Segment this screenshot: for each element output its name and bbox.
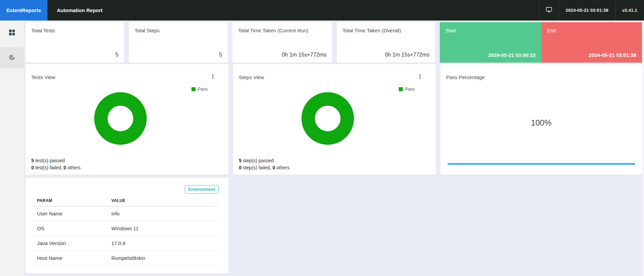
steps-passed-count: 5 xyxy=(239,158,242,163)
tests-passed-suffix: test(s) passed xyxy=(34,158,65,163)
steps-summary-text: 5 step(s) passed 0 step(s) failed, 0 oth… xyxy=(239,157,289,171)
navbar-right: 2024-05-21 03:01:38 v2.41.1 xyxy=(539,0,644,21)
end-label: End xyxy=(547,28,556,33)
param-cell: User Name xyxy=(33,206,107,221)
start-label: Start xyxy=(445,28,456,33)
pass-legend-label: Pass xyxy=(198,87,208,92)
environment-table: PARAM VALUE User Name info OS Windows 11… xyxy=(33,195,219,266)
kebab-menu-icon[interactable]: ⋮ xyxy=(416,73,424,80)
steps-donut-chart xyxy=(301,92,354,145)
start-value: 2024-05-21 03:00:22 xyxy=(488,52,536,58)
sidebar xyxy=(0,21,24,276)
top-navbar: ExtentReports Automation Report 2024-05-… xyxy=(0,0,644,21)
tests-others-suffix: others xyxy=(66,165,81,170)
end-time-card: End 2024-05-21 03:01:38 xyxy=(541,22,642,63)
tests-view-panel: Tests View ⋮ Pass 5 test(s) passed 0 tes… xyxy=(26,64,228,175)
pass-legend-swatch xyxy=(191,87,195,91)
param-cell: Host Name xyxy=(33,251,107,266)
monitor-icon xyxy=(546,7,552,14)
steps-passed-suffix: step(s) passed xyxy=(242,158,274,163)
kebab-menu-icon[interactable]: ⋮ xyxy=(209,73,217,80)
total-tests-value: 5 xyxy=(115,52,118,58)
table-row: Host Name Rumpelstiltskin xyxy=(33,251,219,266)
total-tests-card: Total Tests 5 xyxy=(26,22,124,63)
tests-donut-chart xyxy=(94,92,147,145)
sidebar-item-tests[interactable] xyxy=(0,23,24,43)
pass-percentage-value: 100% xyxy=(440,118,642,128)
steps-view-title: Steps View xyxy=(239,74,264,80)
table-row: User Name info xyxy=(33,206,219,221)
grid-icon xyxy=(9,30,15,37)
steps-failed-line: 0 step(s) failed, 0 others xyxy=(239,164,289,171)
time-current-run-label: Total Time Taken (Current Run) xyxy=(238,28,308,33)
pass-legend-label: Pass xyxy=(405,87,415,92)
brand-link[interactable]: ExtentReports xyxy=(0,0,47,21)
tests-failed-suffix: test(s) failed, xyxy=(34,165,64,170)
tests-failed-count: 0 xyxy=(31,165,34,170)
time-current-run-card: Total Time Taken (Current Run) 0h 1m 15s… xyxy=(232,22,332,63)
environment-header-row: PARAM VALUE xyxy=(33,195,219,206)
value-column-header: VALUE xyxy=(107,195,219,206)
gauge-icon xyxy=(9,54,15,62)
table-row: Java Version 17.0.9 xyxy=(33,236,219,251)
value-cell: info xyxy=(107,206,219,221)
pass-percentage-title: Pass Percentage xyxy=(446,74,485,80)
tests-passed-count: 5 xyxy=(31,158,34,163)
steps-others-suffix: others xyxy=(275,165,289,170)
environment-badge: Environment xyxy=(185,185,219,194)
pass-percentage-panel: Pass Percentage 100% xyxy=(440,64,642,175)
time-current-run-value: 0h 1m 15s+772ms xyxy=(282,52,326,58)
report-title: Automation Report xyxy=(57,7,103,13)
steps-view-panel: Steps View ⋮ Pass 5 step(s) passed 0 ste… xyxy=(233,64,436,175)
version-badge: v2.41.1 xyxy=(615,8,644,13)
total-steps-value: 5 xyxy=(219,52,222,58)
steps-passed-line: 5 step(s) passed xyxy=(239,157,289,164)
environment-panel: Environment PARAM VALUE User Name info O… xyxy=(26,178,228,273)
tests-view-title: Tests View xyxy=(31,74,55,80)
steps-view-legend: Pass xyxy=(399,87,415,92)
tests-others-count: 0 xyxy=(64,165,66,170)
value-cell: 17.0.9 xyxy=(107,236,219,251)
tests-passed-line: 5 test(s) passed xyxy=(31,157,80,164)
param-column-header: PARAM xyxy=(33,195,107,206)
time-overall-label: Total Time Taken (Overall) xyxy=(343,28,401,33)
tests-summary-text: 5 test(s) passed 0 test(s) failed, 0 oth… xyxy=(31,157,80,171)
tests-view-legend: Pass xyxy=(191,87,208,92)
value-cell: Rumpelstiltskin xyxy=(107,251,219,266)
table-row: OS Windows 11 xyxy=(33,221,219,236)
total-tests-label: Total Tests xyxy=(31,28,55,33)
steps-failed-suffix: step(s) failed, xyxy=(242,165,273,170)
sidebar-item-dashboard[interactable] xyxy=(0,47,24,68)
display-toggle-button[interactable] xyxy=(539,0,559,21)
time-overall-value: 0h 1m 15s+772ms xyxy=(385,52,429,58)
end-value: 2024-05-21 03:01:38 xyxy=(589,52,636,58)
time-overall-card: Total Time Taken (Overall) 0h 1m 15s+772… xyxy=(337,22,435,63)
steps-failed-count: 0 xyxy=(239,165,242,170)
param-cell: Java Version xyxy=(33,236,107,251)
value-cell: Windows 11 xyxy=(107,221,219,236)
report-timestamp: 2024-05-21 03:01:38 xyxy=(559,8,615,13)
total-steps-card: Total Steps 5 xyxy=(129,22,228,63)
scrollbar[interactable] xyxy=(642,21,644,276)
total-steps-label: Total Steps xyxy=(135,28,159,33)
start-time-card: Start 2024-05-21 03:00:22 xyxy=(440,22,541,63)
pass-legend-swatch xyxy=(399,87,403,91)
param-cell: OS xyxy=(33,221,107,236)
tests-failed-line: 0 test(s) failed, 0 others xyxy=(31,164,80,171)
pass-percentage-bar xyxy=(448,163,635,165)
